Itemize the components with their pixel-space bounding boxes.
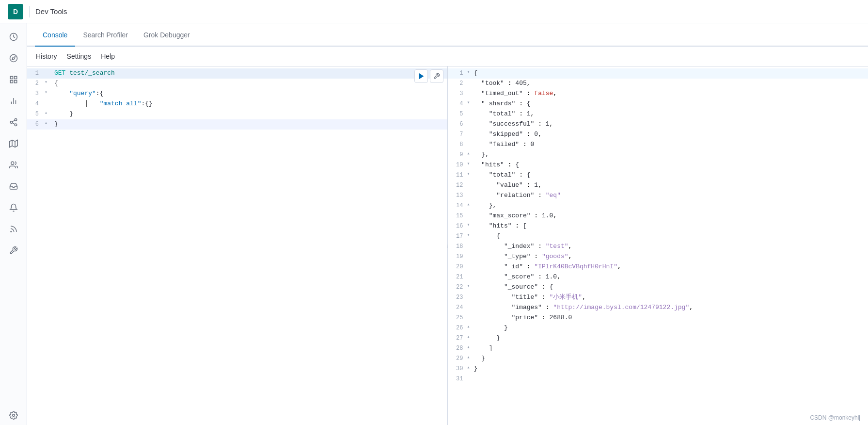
tab-bar: Console Search Profiler Grok Debugger xyxy=(27,23,868,47)
sidebar-icon-users[interactable] xyxy=(4,155,23,175)
output-line-12: 12 "value" : 1, xyxy=(448,180,868,191)
output-line-18: 18 "_index" : "test", xyxy=(448,242,868,252)
editor-line-6: 6 ▴ } xyxy=(27,119,447,130)
output-line-29: 29 ▴ } xyxy=(448,354,868,364)
sidebar-icon-compass[interactable] xyxy=(4,49,23,68)
output-line-24: 24 "images" : "http://image.bysl.com/124… xyxy=(448,303,868,313)
sidebar-icon-settings-bottom[interactable] xyxy=(4,406,23,425)
output-line-3: 3 "timed_out" : false, xyxy=(448,89,868,99)
svg-marker-21 xyxy=(419,74,423,79)
output-line-30: 30 ▴ } xyxy=(448,364,868,374)
output-line-10: 10 ▾ "hits" : { xyxy=(448,160,868,170)
run-button[interactable] xyxy=(414,69,428,83)
svg-line-13 xyxy=(12,123,15,124)
sidebar-icon-visualize[interactable] xyxy=(4,91,23,111)
output-line-16: 16 ▾ "hits" : [ xyxy=(448,221,868,231)
editor-line-5: 5 ▴ } xyxy=(27,109,447,119)
output-line-5: 5 "total" : 1, xyxy=(448,109,868,119)
output-line-31: 31 xyxy=(448,374,868,384)
editor-area: 1 GET test/_search 2 ▾ { 3 ▾ "que xyxy=(27,66,868,425)
tab-grok-debugger[interactable]: Grok Debugger xyxy=(136,24,198,47)
tools-button[interactable] xyxy=(430,69,443,83)
output-line-11: 11 ▾ "total" : { xyxy=(448,170,868,180)
output-line-7: 7 "skipped" : 0, xyxy=(448,130,868,140)
svg-point-10 xyxy=(15,119,17,121)
editor-pane: 1 GET test/_search 2 ▾ { 3 ▾ "que xyxy=(27,66,448,425)
output-line-23: 23 "title" : "小米手机", xyxy=(448,293,868,303)
output-line-28: 28 ▴ ] xyxy=(448,343,868,354)
output-line-27: 27 ▴ } xyxy=(448,333,868,343)
editor-actions xyxy=(414,69,443,83)
output-line-9: 9 ▴ }, xyxy=(448,150,868,160)
toolbar-help[interactable]: Help xyxy=(100,50,116,62)
top-bar: D Dev Tools xyxy=(0,0,868,23)
svg-marker-2 xyxy=(12,57,15,60)
code-editor[interactable]: 1 GET test/_search 2 ▾ { 3 ▾ "que xyxy=(27,66,447,425)
output-line-4: 4 ▾ "_shards" : { xyxy=(448,99,868,109)
output-line-2: 2 "took" : 405, xyxy=(448,79,868,89)
svg-marker-15 xyxy=(9,140,17,147)
app-logo: D xyxy=(8,4,23,19)
app-title: Dev Tools xyxy=(35,7,67,16)
content-area: Console Search Profiler Grok Debugger Hi… xyxy=(27,23,868,425)
svg-rect-6 xyxy=(14,81,16,83)
toolbar-settings[interactable]: Settings xyxy=(66,50,93,62)
output-pane: 1 ▾ { 2 "took" : 405, 3 "timed_o xyxy=(448,66,868,425)
tab-search-profiler[interactable]: Search Profiler xyxy=(75,24,136,47)
sidebar-icon-graph[interactable] xyxy=(4,113,23,132)
editor-line-4: 4 │ "match_all":{} xyxy=(27,99,447,109)
output-line-1: 1 ▾ { xyxy=(448,68,868,79)
toolbar-history[interactable]: History xyxy=(35,50,58,62)
output-line-13: 13 "relation" : "eq" xyxy=(448,191,868,201)
svg-rect-5 xyxy=(10,81,13,83)
output-line-21: 21 "_score" : 1.0, xyxy=(448,272,868,282)
output-line-22: 22 ▾ "_source" : { xyxy=(448,282,868,293)
output-line-15: 15 "max_score" : 1.0, xyxy=(448,211,868,221)
main-layout: Console Search Profiler Grok Debugger Hi… xyxy=(0,23,868,425)
watermark: CSDN @monkeyhlj xyxy=(810,414,860,421)
tab-console[interactable]: Console xyxy=(35,24,75,47)
svg-point-12 xyxy=(15,124,17,126)
svg-rect-3 xyxy=(10,76,13,79)
divider xyxy=(29,6,30,17)
sidebar-icon-alerts[interactable] xyxy=(4,198,23,217)
output-line-20: 20 "_id" : "IPlrK40BcVBqhfH0rHnI", xyxy=(448,262,868,272)
output-line-17: 17 ▾ { xyxy=(448,231,868,242)
svg-point-18 xyxy=(11,162,14,164)
output-line-8: 8 "failed" : 0 xyxy=(448,140,868,150)
editor-line-1: 1 GET test/_search xyxy=(27,68,447,79)
editor-line-3: 3 ▾ "query":{ xyxy=(27,89,447,99)
svg-rect-4 xyxy=(14,76,16,79)
sidebar-icon-maps[interactable] xyxy=(4,134,23,153)
output-line-14: 14 ▴ }, xyxy=(448,201,868,211)
sidebar-icon-clock[interactable] xyxy=(4,27,23,47)
output-content: 1 ▾ { 2 "took" : 405, 3 "timed_o xyxy=(448,66,868,386)
svg-point-19 xyxy=(11,231,12,232)
svg-line-14 xyxy=(12,120,15,122)
output-line-25: 25 "price" : 2688.0 xyxy=(448,313,868,323)
sidebar-icon-tools[interactable] xyxy=(4,241,23,260)
editor-line-2: 2 ▾ { xyxy=(27,79,447,89)
svg-point-1 xyxy=(10,55,17,62)
output-line-19: 19 "_type" : "goods", xyxy=(448,252,868,262)
sidebar xyxy=(0,23,27,425)
output-line-26: 26 ▴ } xyxy=(448,323,868,333)
toolbar: History Settings Help xyxy=(27,47,868,66)
svg-point-11 xyxy=(10,121,13,124)
sidebar-icon-stack[interactable] xyxy=(4,177,23,196)
sidebar-icon-feeds[interactable] xyxy=(4,219,23,239)
sidebar-icon-dashboard[interactable] xyxy=(4,70,23,89)
svg-point-20 xyxy=(12,414,15,417)
output-line-6: 6 "successful" : 1, xyxy=(448,119,868,130)
